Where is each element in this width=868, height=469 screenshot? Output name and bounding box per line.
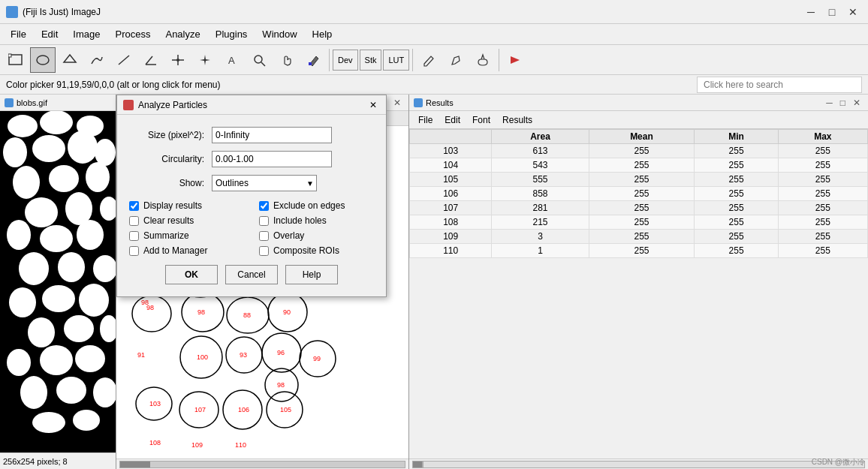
toolbar-stk[interactable]: Stk — [360, 50, 382, 71]
minimize-button[interactable]: ─ — [802, 3, 820, 21]
col-header-mean: Mean — [589, 130, 695, 144]
tool-angle[interactable] — [138, 47, 164, 73]
maximize-button[interactable]: □ — [823, 3, 841, 21]
blob-close[interactable]: ✕ — [390, 98, 404, 108]
cell-mean: 255 — [589, 244, 695, 258]
results-menu-bar: File Edit Font Results — [409, 111, 868, 129]
svg-point-9 — [176, 59, 179, 62]
menu-plugins[interactable]: Plugins — [208, 26, 255, 43]
include-holes-checkbox[interactable] — [259, 216, 269, 226]
display-results-checkbox[interactable] — [129, 201, 139, 211]
results-menu-edit[interactable]: Edit — [439, 113, 466, 127]
dialog-title-left: Analyze Particles — [123, 100, 207, 110]
close-button[interactable]: ✕ — [844, 3, 862, 21]
menu-analyze[interactable]: Analyze — [158, 26, 207, 43]
menu-image[interactable]: Image — [65, 26, 107, 43]
cell-n: 110 — [410, 244, 492, 258]
tool-text[interactable]: A — [219, 47, 245, 73]
menu-help[interactable]: Help — [305, 26, 340, 43]
table-row: 106858255255255 — [410, 187, 868, 201]
help-button[interactable]: Help — [285, 265, 338, 284]
menu-process[interactable]: Process — [108, 26, 158, 43]
tool-oval[interactable] — [30, 47, 56, 73]
blob-scrollbar[interactable] — [116, 458, 408, 469]
svg-point-22 — [68, 131, 98, 164]
results-maximize[interactable]: □ — [837, 98, 848, 108]
svg-rect-1 — [8, 54, 11, 57]
tool-pen[interactable] — [443, 47, 469, 73]
checkbox-add-manager: Add to Manager — [129, 245, 244, 256]
menu-window[interactable]: Window — [255, 26, 304, 43]
title-bar-left: (Fiji Is Just) ImageJ — [6, 6, 101, 18]
toolbar-arrow[interactable] — [502, 47, 528, 73]
results-icon — [414, 98, 423, 107]
tool-wand[interactable] — [192, 47, 218, 73]
cancel-button[interactable]: Cancel — [225, 265, 278, 284]
cell-min: 255 — [695, 144, 778, 158]
results-title-bar: Results ─ □ ✕ — [409, 95, 868, 111]
toolbar-dev[interactable]: Dev — [333, 50, 358, 71]
add-manager-label: Add to Manager — [143, 245, 207, 256]
svg-text:98: 98 — [277, 381, 285, 389]
results-scroll-thumb[interactable] — [412, 461, 423, 468]
size-input[interactable] — [212, 127, 332, 143]
menu-edit[interactable]: Edit — [34, 26, 65, 43]
tool-point[interactable] — [165, 47, 191, 73]
results-menu-font[interactable]: Font — [466, 113, 496, 127]
blob-scrollbar-track[interactable] — [119, 461, 405, 468]
svg-point-20 — [3, 137, 27, 167]
circularity-input[interactable] — [212, 151, 332, 167]
tool-hand[interactable] — [273, 47, 299, 73]
dialog-close-button[interactable]: ✕ — [366, 98, 380, 112]
tool-magnifier[interactable] — [246, 47, 272, 73]
tool-pencil[interactable] — [416, 47, 442, 73]
size-label: Size (pixel^2): — [129, 130, 204, 140]
tool-rectangle[interactable] — [3, 47, 29, 73]
search-input[interactable] — [697, 77, 862, 93]
svg-text:A: A — [228, 55, 235, 66]
cell-max: 255 — [778, 173, 867, 187]
cell-n: 105 — [410, 173, 492, 187]
results-scroll-track[interactable] — [423, 461, 865, 468]
svg-text:93: 93 — [240, 351, 247, 359]
results-menu-results[interactable]: Results — [496, 113, 538, 127]
tool-bucket[interactable] — [470, 47, 496, 73]
main-content: blobs.gif — [0, 95, 868, 469]
results-table-body: 1036132552552551045432552552551055552552… — [410, 144, 868, 258]
summarize-label: Summarize — [143, 230, 189, 241]
results-minimize[interactable]: ─ — [823, 98, 836, 108]
svg-text:105: 105 — [280, 406, 291, 413]
circularity-row: Circularity: — [129, 151, 374, 167]
table-row: 105555255255255 — [410, 173, 868, 187]
tool-color-picker[interactable] — [300, 47, 326, 73]
svg-point-45 — [20, 376, 47, 409]
status-bar: Color picker 91,19,59/0,0,0 (alt or long… — [0, 75, 868, 95]
svg-text:109: 109 — [191, 441, 203, 449]
exclude-edges-checkbox[interactable] — [259, 201, 269, 211]
summarize-checkbox[interactable] — [129, 231, 139, 241]
toolbar-lut[interactable]: LUT — [383, 50, 409, 71]
show-select[interactable]: Nothing Outlines Masks Ellipses Count Ma… — [212, 175, 317, 191]
tool-freehand[interactable] — [84, 47, 110, 73]
results-menu-file[interactable]: File — [412, 113, 439, 127]
menu-file[interactable]: File — [3, 26, 34, 43]
ok-button[interactable]: OK — [165, 265, 218, 284]
composite-rois-checkbox[interactable] — [259, 246, 269, 256]
overlay-checkbox[interactable] — [259, 231, 269, 241]
cell-max: 255 — [778, 187, 867, 201]
clear-results-checkbox[interactable] — [129, 216, 139, 226]
blob-scrollbar-thumb[interactable] — [120, 461, 150, 467]
toolbar: A Dev Stk LUT — [0, 45, 868, 75]
toolbar-sep-1 — [329, 49, 330, 71]
svg-text:90: 90 — [283, 308, 291, 316]
status-text: Color picker 91,19,59/0,0,0 (alt or long… — [6, 80, 220, 90]
svg-text:107: 107 — [194, 406, 206, 413]
add-manager-checkbox[interactable] — [129, 246, 139, 256]
watermark: CSDN @微小冷 — [812, 457, 865, 467]
results-scrollbar[interactable] — [409, 458, 868, 469]
tool-polygon[interactable] — [57, 47, 83, 73]
tool-line[interactable] — [111, 47, 137, 73]
results-close[interactable]: ✕ — [850, 98, 863, 108]
svg-point-18 — [40, 111, 73, 134]
exclude-edges-label: Exclude on edges — [273, 200, 345, 211]
